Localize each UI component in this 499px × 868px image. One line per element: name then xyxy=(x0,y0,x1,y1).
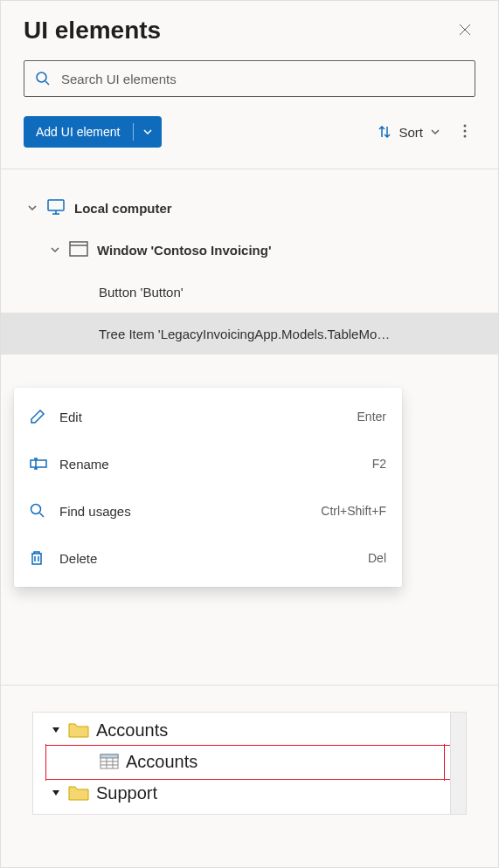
toolbar-right: Sort xyxy=(371,119,475,146)
tree-node-label: Tree Item 'LegacyInvoicingApp.Models.Tab… xyxy=(99,327,390,341)
menu-item-find-usages[interactable]: Find usages Ctrl+Shift+F xyxy=(14,487,402,534)
rename-icon xyxy=(30,458,47,470)
preview-row: Accounts xyxy=(51,714,462,746)
tree-node-label: Window 'Contoso Invoicing' xyxy=(97,243,271,258)
menu-item-rename[interactable]: Rename F2 xyxy=(14,440,402,487)
menu-item-label: Find usages xyxy=(59,504,308,519)
search-icon xyxy=(30,503,47,519)
svg-rect-5 xyxy=(48,200,64,210)
panel-title: UI elements xyxy=(24,17,161,45)
search-input[interactable] xyxy=(61,72,464,86)
close-button[interactable] xyxy=(454,19,475,43)
svg-point-0 xyxy=(37,72,46,82)
svg-point-2 xyxy=(464,124,467,127)
chevron-down-icon xyxy=(50,245,60,255)
menu-item-label: Rename xyxy=(59,457,360,472)
search-box[interactable] xyxy=(24,60,475,97)
tree-node-label: Local computer xyxy=(74,201,172,216)
chevron-down-icon xyxy=(430,127,440,137)
toolbar: Add UI element Sort xyxy=(1,106,498,169)
tree-node-label: Button 'Button' xyxy=(99,285,184,300)
more-options-button[interactable] xyxy=(454,119,475,146)
preview-row-selected: Accounts xyxy=(51,746,462,777)
folder-icon xyxy=(68,784,89,802)
tree-node-window[interactable]: Window 'Contoso Invoicing' xyxy=(1,229,498,271)
highlight-line xyxy=(444,744,445,781)
delete-icon xyxy=(30,550,47,566)
window-icon xyxy=(69,241,88,259)
svg-line-21 xyxy=(40,513,45,518)
sort-icon xyxy=(378,125,392,139)
expanded-triangle-icon xyxy=(51,788,61,798)
tree-node-tree-item[interactable]: Tree Item 'LegacyInvoicingApp.Models.Tab… xyxy=(1,313,498,355)
menu-item-shortcut: F2 xyxy=(372,457,386,471)
expanded-triangle-icon xyxy=(51,725,61,735)
menu-item-shortcut: Enter xyxy=(357,410,386,424)
menu-item-shortcut: Del xyxy=(368,551,386,565)
table-icon xyxy=(100,754,119,769)
menu-item-label: Delete xyxy=(59,551,356,566)
add-ui-element-button[interactable]: Add UI element xyxy=(24,116,162,148)
add-button-label: Add UI element xyxy=(24,125,133,139)
menu-item-delete[interactable]: Delete Del xyxy=(14,534,402,582)
computer-icon xyxy=(46,197,66,219)
scrollbar[interactable] xyxy=(450,713,466,814)
highlight-line xyxy=(45,744,46,781)
search-icon xyxy=(35,71,51,86)
menu-item-edit[interactable]: Edit Enter xyxy=(14,393,402,440)
edit-icon xyxy=(30,409,47,424)
preview-label: Support xyxy=(96,783,157,803)
highlight-line xyxy=(45,779,461,780)
chevron-down-icon xyxy=(27,203,38,213)
svg-point-3 xyxy=(464,129,467,132)
search-container xyxy=(1,60,498,106)
menu-item-shortcut: Ctrl+Shift+F xyxy=(321,504,386,518)
preview-area: Accounts Accounts Support xyxy=(1,685,498,867)
svg-rect-16 xyxy=(31,460,46,467)
more-vertical-icon xyxy=(463,124,467,138)
sort-label: Sort xyxy=(399,125,423,140)
svg-point-4 xyxy=(464,134,467,137)
preview-label: Accounts xyxy=(96,720,168,741)
preview-screenshot: Accounts Accounts Support xyxy=(32,712,467,815)
highlight-line xyxy=(45,745,461,746)
sort-button[interactable]: Sort xyxy=(371,120,447,145)
ui-elements-tree: Local computer Window 'Contoso Invoicing… xyxy=(1,169,498,355)
svg-rect-8 xyxy=(70,242,87,256)
context-menu: Edit Enter Rename F2 Find usages Ctrl+Sh… xyxy=(14,388,402,587)
svg-line-1 xyxy=(45,81,49,85)
close-icon xyxy=(458,23,472,37)
tree-node-local-computer[interactable]: Local computer xyxy=(1,187,498,229)
svg-rect-11 xyxy=(100,754,118,758)
folder-icon xyxy=(68,721,89,739)
tree-node-button[interactable]: Button 'Button' xyxy=(1,271,498,313)
menu-item-label: Edit xyxy=(59,410,345,424)
svg-point-20 xyxy=(31,505,41,514)
add-button-split[interactable] xyxy=(133,123,162,141)
preview-row: Support xyxy=(51,777,462,809)
panel-header: UI elements xyxy=(1,1,498,60)
preview-label: Accounts xyxy=(126,752,198,772)
chevron-down-icon xyxy=(142,127,153,137)
